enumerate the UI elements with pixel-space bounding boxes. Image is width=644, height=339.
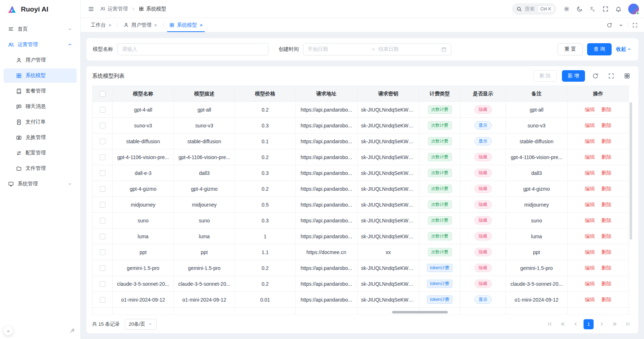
horizontal-scrollbar-thumb[interactable] bbox=[392, 311, 448, 313]
settings-button[interactable] bbox=[561, 4, 572, 14]
row-checkbox[interactable] bbox=[100, 202, 105, 208]
fast-forward-button[interactable] bbox=[609, 319, 620, 329]
row-checkbox[interactable] bbox=[100, 123, 105, 128]
sidebar-item-operations[interactable]: 运营管理 bbox=[4, 37, 77, 52]
refresh-table-button[interactable] bbox=[590, 71, 601, 81]
delete-link[interactable]: 删除 bbox=[602, 297, 612, 302]
tabs-menu-button[interactable] bbox=[616, 21, 626, 30]
delete-link[interactable]: 删除 bbox=[602, 107, 612, 112]
pagination-controls: 1 bbox=[545, 319, 632, 329]
sidebar-item-file-management[interactable]: 文件管理 bbox=[4, 161, 77, 176]
tab-close-icon[interactable]: × bbox=[200, 22, 203, 28]
row-checkbox[interactable] bbox=[100, 297, 105, 303]
tab-close-icon[interactable]: × bbox=[154, 22, 157, 28]
edit-link[interactable]: 编辑 bbox=[585, 217, 595, 223]
delete-link[interactable]: 删除 bbox=[602, 265, 612, 271]
sidebar-item-system-model[interactable]: 系统模型 bbox=[4, 68, 77, 83]
sidebar-item-user-management[interactable]: 用户管理 bbox=[4, 53, 77, 67]
app-logo[interactable]: Ruoyi AI bbox=[0, 0, 80, 19]
sidebar-item-package-management[interactable]: 套餐管理 bbox=[4, 84, 77, 98]
delete-link[interactable]: 删除 bbox=[602, 233, 612, 239]
row-checkbox[interactable] bbox=[100, 265, 105, 271]
edit-link[interactable]: 编辑 bbox=[585, 281, 595, 286]
pin-sidebar-icon[interactable] bbox=[69, 328, 75, 335]
delete-link[interactable]: 删除 bbox=[602, 249, 612, 255]
query-button[interactable]: 查 询 bbox=[587, 43, 612, 55]
delete-link[interactable]: 删除 bbox=[602, 170, 612, 176]
reset-button[interactable]: 重 置 bbox=[558, 43, 583, 55]
edit-link[interactable]: 编辑 bbox=[585, 107, 595, 112]
tab-system-model[interactable]: 系统模型× bbox=[163, 18, 209, 32]
content-fullscreen-button[interactable] bbox=[630, 21, 640, 30]
row-checkbox[interactable] bbox=[100, 154, 105, 160]
table-fullscreen-button[interactable] bbox=[606, 71, 617, 81]
sidebar-item-home[interactable]: 首页 bbox=[4, 22, 77, 36]
refresh-page-button[interactable] bbox=[605, 21, 614, 30]
edit-link[interactable]: 编辑 bbox=[585, 249, 595, 255]
collapse-filter-link[interactable]: 收起 bbox=[616, 46, 632, 53]
model-price-cell: 0.1 bbox=[235, 134, 296, 149]
prev-page-button[interactable] bbox=[571, 319, 581, 329]
first-page-button[interactable] bbox=[545, 319, 555, 329]
edit-link[interactable]: 编辑 bbox=[585, 154, 595, 160]
row-checkbox[interactable] bbox=[100, 139, 105, 144]
edit-link[interactable]: 编辑 bbox=[585, 186, 595, 191]
select-all-checkbox[interactable] bbox=[100, 91, 105, 97]
column-header-3: 模型价格 bbox=[235, 86, 296, 102]
delete-link[interactable]: 删除 bbox=[602, 138, 612, 144]
delete-link[interactable]: 删除 bbox=[602, 154, 612, 160]
sidebar-item-config-management[interactable]: 配置管理 bbox=[4, 146, 77, 160]
delete-link[interactable]: 删除 bbox=[602, 202, 612, 207]
model-name-input[interactable]: 请输入 bbox=[117, 43, 269, 55]
sidebar-item-chat-messages[interactable]: 聊天消息 bbox=[4, 99, 77, 114]
global-search[interactable]: 搜索 Ctrl K bbox=[512, 3, 556, 15]
breadcrumb-system-model[interactable]: 系统模型 bbox=[139, 6, 166, 12]
edit-link[interactable]: 编辑 bbox=[585, 265, 595, 271]
page-size-select[interactable]: 20条/页 bbox=[125, 319, 157, 330]
tab-workbench[interactable]: 工作台× bbox=[85, 18, 117, 32]
date-range-input[interactable]: 开始日期 结束日期 bbox=[303, 43, 451, 55]
delete-link[interactable]: 删除 bbox=[602, 186, 612, 191]
row-checkbox[interactable] bbox=[100, 281, 105, 287]
batch-delete-button[interactable]: 删 除 bbox=[533, 70, 557, 82]
tab-close-icon[interactable]: × bbox=[108, 22, 112, 28]
row-checkbox[interactable] bbox=[100, 186, 105, 192]
edit-link[interactable]: 编辑 bbox=[585, 233, 595, 239]
sidebar-toggle-button[interactable] bbox=[86, 4, 96, 14]
edit-link[interactable]: 编辑 bbox=[585, 138, 595, 144]
row-checkbox[interactable] bbox=[100, 234, 105, 239]
sidebar-collapse-handle[interactable]: « bbox=[4, 326, 13, 335]
row-checkbox[interactable] bbox=[100, 249, 105, 255]
horizontal-scrollbar[interactable] bbox=[92, 311, 627, 314]
delete-link[interactable]: 删除 bbox=[602, 122, 612, 128]
user-avatar[interactable] bbox=[628, 4, 639, 14]
gear-icon bbox=[563, 6, 570, 12]
fast-backward-button[interactable] bbox=[558, 319, 568, 329]
dark-mode-button[interactable] bbox=[574, 4, 585, 14]
breadcrumb-operations[interactable]: 运营管理 bbox=[100, 6, 128, 12]
sidebar-item-exchange-management[interactable]: 兑换管理 bbox=[4, 130, 77, 145]
page-1-button[interactable]: 1 bbox=[584, 319, 594, 329]
row-checkbox[interactable] bbox=[100, 170, 105, 176]
sidebar-item-payment-orders[interactable]: 支付订单 bbox=[4, 115, 77, 129]
delete-link[interactable]: 删除 bbox=[602, 281, 612, 286]
last-page-button[interactable] bbox=[622, 319, 632, 329]
edit-link[interactable]: 编辑 bbox=[585, 170, 595, 176]
tab-user-management[interactable]: 用户管理× bbox=[118, 18, 163, 32]
row-checkbox[interactable] bbox=[100, 218, 105, 223]
edit-link[interactable]: 编辑 bbox=[585, 202, 595, 207]
add-button[interactable]: 新 增 bbox=[562, 70, 585, 82]
next-page-button[interactable] bbox=[596, 319, 607, 329]
language-button[interactable] bbox=[587, 4, 598, 14]
vertical-scrollbar-thumb[interactable] bbox=[630, 102, 632, 240]
refresh-icon bbox=[607, 22, 612, 28]
fullscreen-button[interactable] bbox=[600, 4, 611, 14]
sidebar-item-system-management[interactable]: 系统管理 bbox=[4, 177, 77, 191]
edit-link[interactable]: 编辑 bbox=[585, 297, 595, 302]
row-checkbox[interactable] bbox=[100, 107, 105, 113]
delete-link[interactable]: 删除 bbox=[602, 217, 612, 223]
vertical-scrollbar[interactable] bbox=[630, 102, 632, 304]
notifications-button[interactable] bbox=[613, 4, 624, 14]
edit-link[interactable]: 编辑 bbox=[585, 122, 595, 128]
column-settings-button[interactable] bbox=[622, 71, 632, 81]
